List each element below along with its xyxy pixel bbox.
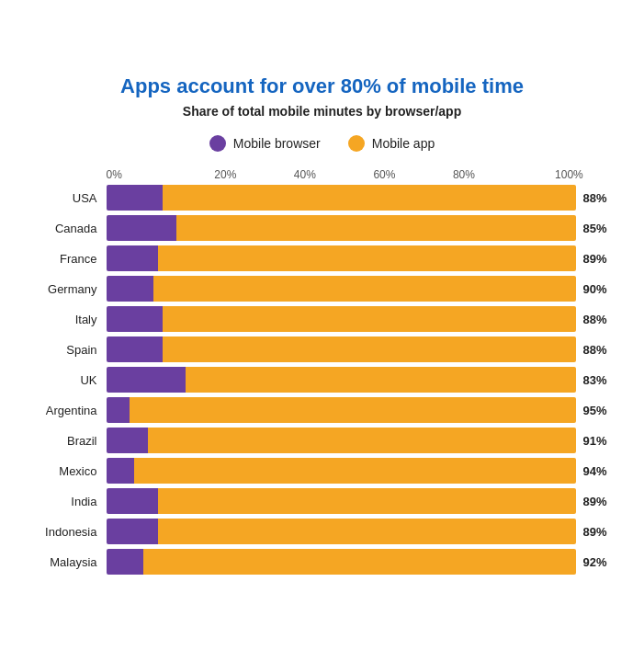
- bar-track: [107, 336, 576, 362]
- bar-row: Spain88%: [28, 336, 616, 362]
- bar-track: [107, 306, 576, 332]
- bar-row: France89%: [28, 245, 616, 271]
- main-title: Apps account for over 80% of mobile time: [28, 74, 616, 98]
- bar-row: Germany90%: [28, 276, 616, 302]
- bar-row: Italy88%: [28, 306, 616, 332]
- browser-bar: [107, 215, 177, 241]
- bar-row: Indonesia89%: [28, 519, 616, 544]
- app-pct-label: 88%: [583, 191, 616, 205]
- axis-labels: 0% 20% 40% 60% 80% 100%: [107, 168, 583, 181]
- app-bar: [163, 306, 576, 332]
- browser-bar: [107, 458, 135, 484]
- app-bar: [158, 519, 576, 544]
- app-pct-label: 83%: [583, 373, 616, 387]
- country-label: Malaysia: [28, 555, 107, 569]
- app-bar: [163, 336, 576, 362]
- app-pct-label: 88%: [583, 343, 616, 357]
- app-dot: [348, 135, 365, 152]
- app-bar: [158, 488, 576, 514]
- axis-0: 0%: [107, 168, 186, 181]
- browser-bar: [107, 276, 153, 302]
- browser-bar: [107, 519, 158, 544]
- browser-bar: [107, 245, 158, 271]
- bar-track: [107, 428, 576, 453]
- bar-track: [107, 549, 576, 575]
- country-label: Germany: [28, 282, 107, 296]
- axis-row: 0% 20% 40% 60% 80% 100%: [28, 168, 616, 181]
- bar-track: [107, 519, 576, 544]
- legend-browser: Mobile browser: [209, 135, 321, 152]
- country-label: Indonesia: [28, 525, 107, 539]
- bar-track: [107, 397, 576, 423]
- app-bar: [143, 549, 575, 575]
- bar-track: [107, 367, 576, 393]
- bar-row: Argentina95%: [28, 397, 616, 423]
- country-label: Brazil: [28, 434, 107, 448]
- bar-row: USA88%: [28, 185, 616, 211]
- country-label: USA: [28, 191, 107, 205]
- app-pct-label: 95%: [583, 404, 616, 417]
- browser-label: Mobile browser: [233, 136, 321, 151]
- bars-container: USA88%Canada85%France89%Germany90%Italy8…: [28, 185, 616, 579]
- browser-bar: [107, 428, 149, 453]
- app-bar: [134, 458, 575, 484]
- app-bar: [176, 215, 575, 241]
- chart-area: 0% 20% 40% 60% 80% 100% USA88%Canada85%F…: [28, 168, 616, 579]
- app-pct-label: 90%: [583, 282, 616, 296]
- app-pct-label: 89%: [583, 495, 616, 508]
- axis-20: 20%: [186, 168, 266, 181]
- app-pct-label: 92%: [583, 555, 616, 569]
- country-label: Argentina: [28, 404, 107, 417]
- app-bar: [130, 397, 575, 423]
- browser-bar: [107, 397, 130, 423]
- bar-track: [107, 185, 576, 211]
- app-pct-label: 94%: [583, 464, 616, 478]
- country-label: Mexico: [28, 464, 107, 478]
- browser-bar: [107, 336, 163, 362]
- app-bar: [148, 428, 575, 453]
- legend: Mobile browser Mobile app: [28, 135, 616, 152]
- app-label: Mobile app: [372, 136, 435, 151]
- app-pct-label: 85%: [583, 222, 616, 235]
- bar-row: Mexico94%: [28, 458, 616, 484]
- browser-bar: [107, 549, 144, 575]
- app-bar: [158, 245, 576, 271]
- axis-100: 100%: [503, 168, 583, 181]
- bar-track: [107, 245, 576, 271]
- bar-track: [107, 458, 576, 484]
- app-pct-label: 89%: [583, 252, 616, 266]
- country-label: India: [28, 495, 107, 508]
- country-label: Italy: [28, 313, 107, 326]
- browser-bar: [107, 488, 158, 514]
- legend-app: Mobile app: [348, 135, 435, 152]
- bar-row: India89%: [28, 488, 616, 514]
- bar-row: Brazil91%: [28, 428, 616, 453]
- bar-row: Malaysia92%: [28, 549, 616, 575]
- browser-bar: [107, 185, 163, 211]
- browser-dot: [209, 135, 226, 152]
- country-label: France: [28, 252, 107, 266]
- axis-40: 40%: [266, 168, 345, 181]
- app-pct-label: 89%: [583, 525, 616, 539]
- bar-track: [107, 215, 576, 241]
- browser-bar: [107, 306, 163, 332]
- bar-row: Canada85%: [28, 215, 616, 241]
- axis-60: 60%: [345, 168, 424, 181]
- bar-track: [107, 276, 576, 302]
- sub-title: Share of total mobile minutes by browser…: [28, 104, 616, 119]
- axis-80: 80%: [424, 168, 504, 181]
- browser-bar: [107, 367, 186, 393]
- app-pct-label: 88%: [583, 313, 616, 326]
- app-bar: [163, 185, 576, 211]
- country-label: Spain: [28, 343, 107, 357]
- bar-row: UK83%: [28, 367, 616, 393]
- country-label: Canada: [28, 222, 107, 235]
- app-pct-label: 91%: [583, 434, 616, 448]
- app-bar: [153, 276, 576, 302]
- country-label: UK: [28, 373, 107, 387]
- bar-track: [107, 488, 576, 514]
- app-bar: [186, 367, 575, 393]
- chart-container: Apps account for over 80% of mobile time…: [10, 52, 635, 598]
